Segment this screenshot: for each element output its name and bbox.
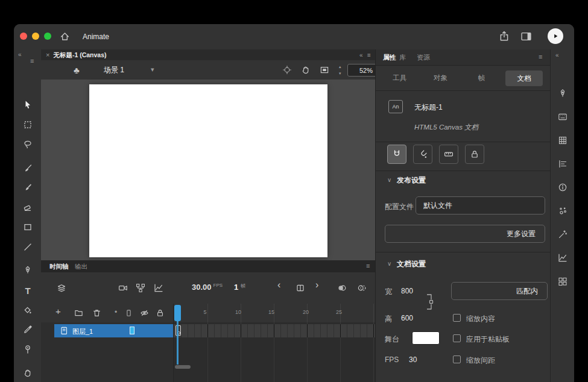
layer-outline-color-swatch[interactable]	[130, 327, 134, 334]
eyedropper-tool[interactable]	[17, 321, 38, 339]
add-layer-icon[interactable]: +	[55, 307, 61, 315]
link-dimensions-icon[interactable]	[426, 294, 434, 310]
tab-library[interactable]: 库	[399, 54, 406, 61]
scale-spacing-checkbox[interactable]	[453, 355, 461, 363]
home-icon[interactable]	[60, 31, 70, 42]
fps-display[interactable]: 30.00 FPS	[192, 283, 223, 292]
tab-assets[interactable]: 资源	[417, 54, 430, 61]
traffic-zoom-button[interactable]	[44, 33, 51, 40]
scale-content-checkbox[interactable]	[453, 314, 461, 322]
panel-pen-icon[interactable]	[554, 84, 572, 102]
center-playhead-icon[interactable]	[296, 283, 305, 293]
panel-menu-icon[interactable]: ≡	[539, 53, 542, 61]
camera-icon[interactable]	[118, 283, 128, 293]
snap-magnet-button[interactable]	[387, 145, 406, 164]
fps-value[interactable]: 30	[409, 355, 417, 364]
edit-symbols-clover-icon[interactable]: ♣	[74, 65, 80, 75]
panel-swatches-icon[interactable]	[554, 108, 572, 126]
publish-section-chevron-icon[interactable]: ∨	[387, 176, 391, 184]
eraser-tool[interactable]	[17, 198, 38, 216]
panel-grid-icon[interactable]	[554, 131, 572, 149]
rotate-hand-icon[interactable]	[301, 65, 311, 75]
delete-layer-icon[interactable]	[92, 308, 101, 318]
onion-skin-icon[interactable]	[337, 283, 347, 293]
tab-animate[interactable]: Animate	[74, 24, 118, 51]
pasteboard[interactable]	[41, 80, 375, 260]
center-stage-icon[interactable]	[282, 65, 292, 75]
timeline-hscrollbar[interactable]	[175, 365, 191, 369]
selection-tool[interactable]	[17, 96, 38, 114]
close-document-icon[interactable]: ×	[46, 51, 49, 59]
docsettings-section-chevron-icon[interactable]: ∨	[387, 260, 391, 268]
pen-tool[interactable]	[17, 261, 38, 280]
rectangle-tool[interactable]	[17, 218, 38, 236]
hide-all-layers-icon[interactable]	[140, 308, 149, 318]
stage-color-swatch[interactable]	[412, 331, 440, 345]
add-folder-icon[interactable]	[74, 308, 83, 318]
stage-canvas[interactable]	[89, 84, 327, 257]
subtab-frame[interactable]: 帧	[478, 74, 485, 82]
free-transform-tool[interactable]	[17, 116, 38, 134]
profile-dropdown[interactable]: 默认文件	[416, 196, 545, 214]
text-tool[interactable]: T	[17, 281, 38, 299]
current-frame-display[interactable]: 1 帧	[234, 283, 245, 292]
onion-skin-outlines-icon[interactable]	[357, 283, 367, 293]
step-back-icon[interactable]: ‹	[277, 281, 280, 289]
fluid-brush-tool[interactable]	[17, 160, 38, 178]
layer-row[interactable]: 图层_1	[41, 324, 174, 337]
layer-frames-row[interactable]	[174, 324, 375, 337]
panel-align-icon[interactable]	[554, 155, 572, 173]
publish-section-header[interactable]: 发布设置	[397, 175, 426, 186]
play-preview-button[interactable]	[548, 28, 563, 44]
timeline-menu-icon[interactable]: ≡	[366, 262, 370, 270]
toolbar-menu-icon[interactable]: ≡	[30, 57, 34, 65]
outline-column-icon[interactable]	[124, 308, 133, 318]
paint-bucket-tool[interactable]	[17, 301, 38, 319]
collapse-toolbar-icon[interactable]: «	[18, 51, 22, 58]
share-icon[interactable]	[499, 31, 510, 42]
step-forward-icon[interactable]: ›	[315, 281, 318, 289]
scene-chevron-down-icon[interactable]: ▾	[151, 66, 154, 74]
panel-particles-icon[interactable]	[554, 202, 572, 220]
workspace-layout-icon[interactable]	[521, 32, 531, 41]
layers-panel-icon[interactable]	[57, 283, 66, 293]
playhead-marker[interactable]	[174, 305, 181, 321]
height-value[interactable]: 600	[401, 314, 413, 322]
classic-brush-tool[interactable]	[17, 179, 38, 197]
tab-timeline[interactable]: 时间轴	[49, 263, 69, 271]
scene-name[interactable]: 场景 1	[104, 66, 124, 74]
lock-all-layers-icon[interactable]	[156, 308, 165, 318]
subtab-tool[interactable]: 工具	[393, 74, 406, 82]
match-contents-button[interactable]: 匹配内	[451, 282, 548, 300]
panel-info-icon[interactable]	[554, 178, 572, 196]
width-value[interactable]: 800	[401, 287, 413, 295]
document-tab[interactable]: × 无标题-1 (Canvas)	[46, 49, 107, 60]
collapse-rail-icon[interactable]: «	[555, 51, 559, 59]
clip-content-icon[interactable]	[320, 65, 329, 75]
subtab-object[interactable]: 对象	[434, 74, 447, 82]
more-settings-button[interactable]: 更多设置	[385, 225, 545, 243]
layer-name[interactable]: 图层_1	[72, 327, 93, 336]
collapse-docbar-icon[interactable]: «	[359, 51, 363, 59]
panel-chart-icon[interactable]	[554, 249, 572, 267]
line-tool[interactable]	[17, 238, 38, 256]
highlight-column-icon[interactable]: •	[115, 308, 117, 316]
tab-output[interactable]: 输出	[75, 263, 87, 271]
apply-pasteboard-checkbox[interactable]	[453, 334, 461, 342]
snap-to-object-button[interactable]	[413, 145, 432, 164]
layer-parenting-icon[interactable]	[136, 283, 145, 293]
zoom-step-down-icon[interactable]: ▾	[339, 69, 341, 77]
frame-ruler[interactable]: 5 10 15 20 25	[174, 304, 375, 322]
asset-warp-pin-tool[interactable]	[17, 340, 38, 359]
tab-properties[interactable]: 属性	[383, 54, 396, 61]
lock-guides-button[interactable]	[465, 145, 484, 164]
panel-wand-icon[interactable]	[554, 225, 572, 243]
panel-frames-icon[interactable]	[554, 272, 572, 290]
traffic-minimize-button[interactable]	[32, 33, 39, 40]
traffic-close-button[interactable]	[20, 33, 27, 40]
hand-tool[interactable]	[17, 364, 38, 382]
graph-editor-icon[interactable]	[154, 283, 163, 293]
subtab-document[interactable]: 文档	[505, 70, 543, 86]
docsettings-section-header[interactable]: 文档设置	[397, 259, 426, 269]
snap-ruler-button[interactable]	[439, 145, 458, 164]
